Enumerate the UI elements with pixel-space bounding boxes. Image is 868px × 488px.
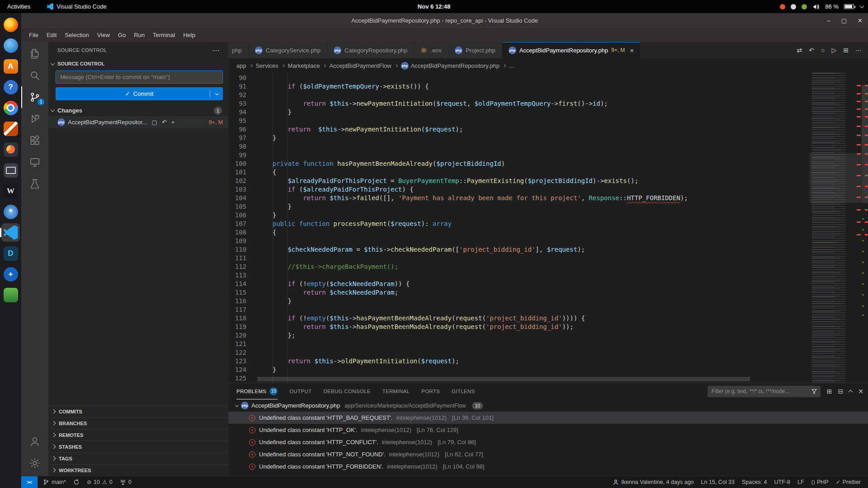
clock[interactable]: Nov 6 12:48: [418, 3, 450, 10]
branch-indicator[interactable]: main*: [39, 476, 70, 488]
sync-button[interactable]: [70, 476, 83, 488]
activitybar-manage[interactable]: [21, 452, 48, 474]
panel-tab-ports[interactable]: PORTS: [421, 383, 440, 399]
menu-file[interactable]: File: [25, 30, 42, 40]
more-actions-icon[interactable]: ⋯: [855, 47, 862, 54]
menu-edit[interactable]: Edit: [42, 30, 61, 40]
formatter-indicator[interactable]: ✓ Prettier: [832, 476, 864, 488]
activitybar-remote-explorer[interactable]: [21, 151, 48, 173]
run-php-icon[interactable]: ▷: [831, 47, 836, 54]
activitybar-accounts[interactable]: [21, 431, 48, 452]
commit-button[interactable]: ✓ Commit: [56, 87, 223, 100]
breadcrumb-item-Marketplace[interactable]: Marketplace: [288, 62, 320, 69]
section-remotes[interactable]: REMOTES: [48, 429, 228, 441]
problem-row[interactable]: ×Undefined class constant 'HTTP_NOT_FOUN…: [228, 448, 868, 460]
close-button[interactable]: ✕: [858, 17, 863, 24]
dock-help[interactable]: ?: [1, 78, 20, 96]
dock-firefox[interactable]: [1, 15, 20, 34]
close-tab-icon[interactable]: ×: [630, 47, 634, 54]
breadcrumb-item-Services[interactable]: Services: [256, 62, 278, 69]
maximize-button[interactable]: ▢: [841, 17, 847, 24]
minimize-button[interactable]: –: [827, 17, 830, 24]
dock-marker[interactable]: [1, 119, 20, 138]
titlebar[interactable]: AcceptBidPaymentRepository.php - repo_co…: [21, 13, 868, 28]
problems-file-group[interactable]: php AcceptBidPaymentRepository.php app/S…: [228, 399, 868, 412]
problem-row[interactable]: ×Undefined class constant 'HTTP_FORBIDDE…: [228, 460, 868, 473]
tab-CategoryService.php[interactable]: phpCategoryService.php: [249, 42, 327, 58]
changes-section-header[interactable]: Changes 1: [48, 105, 228, 116]
dock-wikipedia[interactable]: W: [1, 182, 20, 200]
dock-green-app[interactable]: [1, 286, 20, 304]
scm-section-header[interactable]: SOURCE CONTROL: [48, 58, 228, 69]
dock-thunderbird[interactable]: [1, 36, 20, 55]
open-changes-icon[interactable]: ⇄: [797, 47, 802, 54]
activitybar-testing[interactable]: [21, 173, 48, 195]
dock-docker[interactable]: D: [1, 244, 20, 263]
breadcrumb-item-...[interactable]: ...: [509, 62, 514, 69]
menu-terminal[interactable]: Terminal: [149, 30, 179, 40]
open-file-icon[interactable]: ▢: [152, 119, 157, 126]
section-commits[interactable]: COMMITS: [48, 405, 228, 417]
encoding-indicator[interactable]: UTF-8: [771, 476, 794, 488]
activitybar-run-and-debug[interactable]: [21, 108, 48, 130]
panel-tab-output[interactable]: OUTPUT: [289, 383, 311, 399]
editor[interactable]: 9091 if ($oldPaymentTempQuery->exists())…: [228, 73, 810, 383]
section-branches[interactable]: BRANCHES: [48, 417, 228, 429]
dock-blue-app[interactable]: *: [1, 202, 20, 221]
cursor-position[interactable]: Ln 15, Col 33: [698, 476, 738, 488]
stage-changes-icon[interactable]: +: [171, 119, 175, 126]
volume-icon[interactable]: [812, 3, 820, 10]
preview-icon[interactable]: ○: [821, 47, 825, 54]
panel-tab-gitlens[interactable]: GITLENS: [452, 383, 475, 399]
discard-changes-icon[interactable]: ↶: [162, 119, 167, 126]
dock-chrome[interactable]: [1, 99, 20, 117]
problem-row[interactable]: ×Undefined class constant 'HTTP_CONFLICT…: [228, 436, 868, 448]
panel-tab-problems[interactable]: PROBLEMS10: [236, 383, 278, 399]
menu-selection[interactable]: Selection: [61, 30, 93, 40]
minimap-slider[interactable]: [810, 153, 862, 203]
tab-php[interactable]: php: [228, 42, 249, 58]
menu-help[interactable]: Help: [179, 30, 199, 40]
ports-indicator[interactable]: 0: [116, 476, 135, 488]
maximize-panel-icon[interactable]: [849, 390, 853, 394]
focused-app-indicator[interactable]: Visual Studio Code: [47, 3, 106, 10]
language-indicator[interactable]: { } PHP: [808, 476, 832, 488]
blame-annotation[interactable]: Ikenna Valentine, 4 days ago: [609, 476, 697, 488]
dock-screen-share[interactable]: [1, 161, 20, 179]
menu-run[interactable]: Run: [130, 30, 149, 40]
section-worktrees[interactable]: WORKTREES: [48, 464, 228, 476]
split-editor-icon[interactable]: ⊞: [843, 47, 849, 54]
system-tray[interactable]: 86 %: [780, 3, 863, 10]
activitybar-source-control[interactable]: 1: [21, 86, 48, 108]
problems-filter-input[interactable]: [711, 388, 809, 395]
close-panel-icon[interactable]: ✕: [858, 388, 863, 395]
section-tags[interactable]: TAGS: [48, 452, 228, 464]
changed-file-row[interactable]: php AcceptBidPaymentRepositor... ▢ ↶ + 9…: [48, 116, 228, 128]
view-as-table-icon[interactable]: ⊞: [827, 388, 832, 395]
minimap[interactable]: [810, 73, 862, 383]
activitybar-search[interactable]: [21, 65, 48, 86]
indentation-indicator[interactable]: Spaces: 4: [738, 476, 771, 488]
section-stashes[interactable]: STASHES: [48, 441, 228, 452]
menu-chevron-icon[interactable]: [860, 4, 864, 8]
tab-.env[interactable]: .env: [414, 42, 448, 58]
more-actions-icon[interactable]: ⋯: [212, 46, 220, 55]
commit-dropdown-icon[interactable]: [215, 91, 219, 95]
tab-CategoryRepository.php[interactable]: phpCategoryRepository.php: [327, 42, 414, 58]
panel-tab-debug-console[interactable]: DEBUG CONSOLE: [323, 383, 370, 399]
tab-Project.php[interactable]: phpProject.php: [448, 42, 502, 58]
overview-ruler[interactable]: [862, 73, 868, 383]
horizontal-scrollbar[interactable]: [257, 377, 750, 381]
commit-message-input[interactable]: [56, 70, 223, 84]
problem-row[interactable]: ×Undefined class constant 'HTTP_BAD_REQU…: [228, 412, 868, 424]
breadcrumb-item-AcceptBidPaymentRepository.php[interactable]: phpAcceptBidPaymentRepository.php: [401, 62, 500, 70]
menu-go[interactable]: Go: [114, 30, 130, 40]
dock-app-store[interactable]: A: [1, 57, 20, 75]
activitybar-extensions[interactable]: [21, 130, 48, 151]
breadcrumb-item-AcceptBidPaymentFlow[interactable]: AcceptBidPaymentFlow: [329, 62, 391, 69]
problem-row[interactable]: ×Undefined class constant 'HTTP_OK'.inte…: [228, 424, 868, 436]
collapse-all-icon[interactable]: ⊟: [838, 388, 844, 395]
panel-tab-terminal[interactable]: TERMINAL: [382, 383, 410, 399]
eol-indicator[interactable]: LF: [794, 476, 808, 488]
dock-remote-desktop[interactable]: +: [1, 265, 20, 283]
